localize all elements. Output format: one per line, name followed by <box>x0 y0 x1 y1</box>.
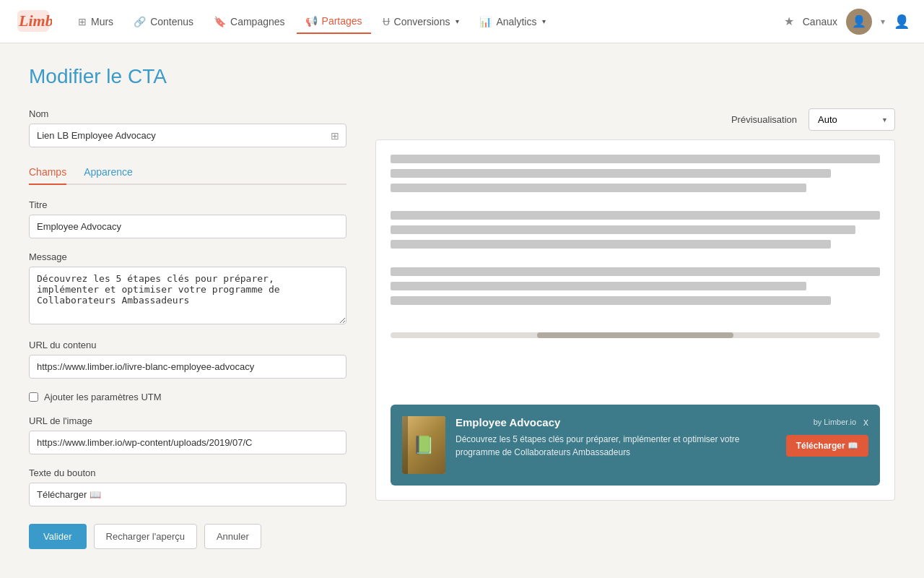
valider-button[interactable]: Valider <box>29 524 87 549</box>
url-contenu-label: URL du contenu <box>29 340 346 350</box>
cta-popup: 📗 Employee Advocacy Découvrez les 5 étap… <box>391 405 880 486</box>
svg-text:Limber: Limber <box>18 12 52 30</box>
nav-contenus[interactable]: 🔗 Contenus <box>125 10 202 33</box>
analytics-caret: ▾ <box>542 17 546 25</box>
nav-campagnes[interactable]: 🔖 Campagnes <box>205 10 294 33</box>
grid-icon: ⊞ <box>78 16 87 27</box>
preview-label: Prévisualisation <box>731 114 797 125</box>
nav-partages[interactable]: 📢 Partages <box>297 9 371 34</box>
nav-items: ⊞ Murs 🔗 Contenus 🔖 Campagnes 📢 Partages… <box>69 9 778 34</box>
placeholder-line <box>391 169 831 178</box>
link-icon: 🔗 <box>134 16 146 27</box>
url-image-label: URL de l'image <box>29 415 346 426</box>
nav-right: ★ Canaux 👤 ▾ 👤 <box>784 9 910 35</box>
cta-close-button[interactable]: x <box>863 416 868 428</box>
barchart-icon: 📊 <box>479 16 492 27</box>
url-image-field-group: URL de l'image <box>29 415 346 454</box>
utm-checkbox-row: Ajouter les paramètres UTM <box>29 392 346 402</box>
megaphone-icon: 📢 <box>305 15 318 27</box>
nav-conversions[interactable]: Ʉ Conversions ▾ <box>374 10 468 33</box>
url-contenu-input[interactable] <box>29 355 346 379</box>
preview-select-wrapper: Auto Desktop Mobile <box>808 108 895 131</box>
person-icon[interactable]: 👤 <box>894 14 910 30</box>
preview-scrollbar[interactable] <box>391 332 880 338</box>
preview-select[interactable]: Auto Desktop Mobile <box>808 108 895 131</box>
titre-input[interactable] <box>29 215 346 238</box>
placeholder-line <box>391 211 880 220</box>
preview-box: 📗 Employee Advocacy Découvrez les 5 étap… <box>375 139 895 501</box>
nom-field-group: Nom ⊞ <box>29 108 346 147</box>
u-logo-icon: Ʉ <box>383 16 390 27</box>
preview-header: Prévisualisation Auto Desktop Mobile <box>375 108 895 131</box>
texte-bouton-field-group: Texte du bouton <box>29 467 346 506</box>
titre-label: Titre <box>29 199 346 210</box>
cta-right: by Limber.io x Télécharger 📖 <box>786 416 868 457</box>
message-field-group: Message Découvrez les 5 étapes clés pour… <box>29 251 346 327</box>
button-row: Valider Recharger l'aperçu Annuler <box>29 524 346 549</box>
nav-analytics[interactable]: 📊 Analytics ▾ <box>471 10 554 33</box>
canaux-label[interactable]: Canaux <box>803 16 837 27</box>
nom-input[interactable] <box>29 124 346 147</box>
nav-murs[interactable]: ⊞ Murs <box>69 10 122 33</box>
placeholder-line <box>391 155 880 163</box>
placeholder-line <box>391 282 806 290</box>
avatar[interactable]: 👤 <box>846 9 872 35</box>
form-right: Prévisualisation Auto Desktop Mobile <box>375 108 895 501</box>
placeholder-line <box>391 184 806 192</box>
navbar: Limber ⊞ Murs 🔗 Contenus 🔖 Campagnes 📢 P… <box>0 0 924 43</box>
copy-icon: ⊞ <box>331 130 339 142</box>
cta-content: Employee Advocacy Découvrez les 5 étapes… <box>456 416 776 459</box>
bookmark-icon: 🔖 <box>214 16 226 27</box>
tab-apparence[interactable]: Apparence <box>84 160 133 185</box>
placeholder-line <box>391 267 880 276</box>
conversions-caret: ▾ <box>456 17 459 25</box>
placeholder-line <box>391 225 855 234</box>
form-layout: Nom ⊞ Champs Apparence Titre Message Déc… <box>29 108 895 549</box>
message-label: Message <box>29 251 346 262</box>
message-textarea[interactable]: Découvrez les 5 étapes clés pour prépare… <box>29 267 346 324</box>
placeholder-lines <box>391 155 880 324</box>
book-spine <box>402 416 408 474</box>
cta-title: Employee Advocacy <box>456 416 776 428</box>
texte-bouton-input[interactable] <box>29 483 346 506</box>
cta-description: Découvrez les 5 étapes clés pour prépare… <box>456 433 776 459</box>
avatar-caret[interactable]: ▾ <box>881 17 885 27</box>
texte-bouton-label: Texte du bouton <box>29 467 346 478</box>
form-left: Nom ⊞ Champs Apparence Titre Message Déc… <box>29 108 346 549</box>
main-content: Modifier le CTA Nom ⊞ Champs Apparence T… <box>0 43 924 571</box>
titre-field-group: Titre <box>29 199 346 238</box>
scrollbar-thumb <box>537 332 733 338</box>
utm-label[interactable]: Ajouter les paramètres UTM <box>44 392 162 402</box>
recharger-button[interactable]: Recharger l'aperçu <box>94 524 197 549</box>
placeholder-section-1 <box>391 155 880 198</box>
placeholder-section-2 <box>391 211 880 254</box>
nom-input-wrapper: ⊞ <box>29 124 346 147</box>
nom-label: Nom <box>29 108 346 119</box>
url-contenu-field-group: URL du contenu <box>29 340 346 379</box>
utm-checkbox[interactable] <box>29 392 38 402</box>
url-image-input[interactable] <box>29 431 346 454</box>
placeholder-line <box>391 240 831 249</box>
cta-book-image: 📗 <box>402 416 445 474</box>
placeholder-section-3 <box>391 267 880 311</box>
cta-download-button[interactable]: Télécharger 📖 <box>786 435 868 457</box>
logo[interactable]: Limber <box>14 6 52 37</box>
annuler-button[interactable]: Annuler <box>204 524 261 549</box>
placeholder-line <box>391 296 831 305</box>
cta-by: by Limber.io <box>814 418 856 426</box>
page-title: Modifier le CTA <box>29 65 895 88</box>
tab-champs[interactable]: Champs <box>29 160 66 185</box>
tabs: Champs Apparence <box>29 160 346 185</box>
star-icon[interactable]: ★ <box>784 14 794 28</box>
